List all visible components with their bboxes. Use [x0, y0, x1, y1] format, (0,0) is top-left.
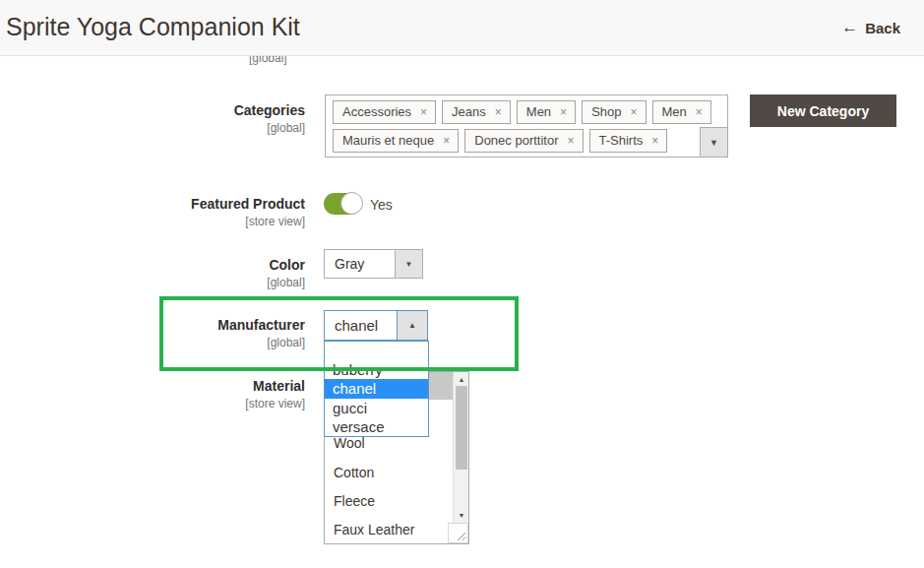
scroll-down-icon[interactable]: ▼: [454, 512, 469, 519]
category-tag-label: Donec porttitor: [474, 133, 558, 148]
remove-tag-icon[interactable]: ×: [560, 105, 567, 119]
manufacturer-select-value: chanel: [335, 311, 378, 340]
dropdown-option-buberry[interactable]: buberry: [325, 360, 428, 379]
category-tag[interactable]: Jeans ×: [442, 100, 511, 124]
back-arrow-icon: ←: [841, 18, 858, 37]
material-label: Material: [0, 378, 305, 394]
product-edit-page: [global] Sprite Yoga Companion Kit ← Bac…: [0, 0, 924, 568]
category-tag-label: Men: [526, 104, 551, 119]
toggle-knob: [340, 192, 363, 215]
category-tag-label: Men: [662, 104, 687, 119]
categories-label: Categories: [0, 102, 305, 118]
dropdown-option-gucci[interactable]: gucci: [325, 399, 428, 417]
manufacturer-scope: [global]: [0, 336, 305, 349]
back-button[interactable]: ← Back: [841, 18, 900, 37]
featured-product-field-label: Featured Product [store view]: [0, 196, 305, 228]
color-select[interactable]: Gray ▼: [324, 249, 423, 279]
material-option-wool[interactable]: Wool: [334, 435, 365, 451]
category-tag[interactable]: T-Shirts ×: [589, 129, 668, 153]
category-tag-row: Mauris et neque × Donec porttitor × T-Sh…: [326, 124, 727, 153]
category-tag-label: T-Shirts: [599, 133, 644, 148]
category-tag[interactable]: Accessories ×: [333, 100, 436, 124]
color-scope: [global]: [0, 276, 305, 289]
material-scope: [store view]: [0, 397, 305, 410]
featured-product-toggle[interactable]: [324, 193, 361, 215]
manufacturer-field-label: Manufacturer [global]: [0, 317, 305, 349]
dropdown-option-versace[interactable]: versace: [325, 417, 428, 436]
category-tag-label: Mauris et neque: [342, 133, 434, 148]
remove-tag-icon[interactable]: ×: [651, 134, 658, 148]
categories-dropdown-button[interactable]: ▼: [700, 127, 727, 157]
categories-field-label: Categories [global]: [0, 102, 305, 135]
scroll-up-icon[interactable]: ▲: [454, 376, 469, 383]
categories-multiselect[interactable]: Accessories × Jeans × Men × Shop × Men ×: [325, 95, 728, 158]
remove-tag-icon[interactable]: ×: [696, 105, 703, 119]
categories-scope: [global]: [0, 121, 305, 135]
category-tag-label: Jeans: [452, 104, 486, 119]
remove-tag-icon[interactable]: ×: [495, 105, 502, 119]
category-tag-row: Accessories × Jeans × Men × Shop × Men ×: [326, 95, 727, 124]
category-tag[interactable]: Shop ×: [582, 100, 646, 124]
back-button-label: Back: [865, 20, 900, 36]
scrollbar-thumb[interactable]: [456, 386, 467, 470]
chevron-up-icon[interactable]: ▲: [397, 311, 427, 340]
category-tag[interactable]: Men ×: [652, 100, 711, 124]
chevron-down-icon[interactable]: ▼: [395, 250, 422, 278]
chevron-down-icon: ▼: [709, 138, 718, 148]
color-select-value: Gray: [335, 250, 364, 278]
page-title: Sprite Yoga Companion Kit: [6, 13, 300, 41]
color-label: Color: [0, 257, 305, 273]
category-tag[interactable]: Mauris et neque ×: [333, 129, 459, 153]
manufacturer-select[interactable]: chanel ▲: [324, 310, 428, 341]
material-option-faux-leather[interactable]: Faux Leather: [334, 522, 415, 537]
resize-grip-icon: [455, 530, 466, 541]
category-tag-label: Accessories: [342, 104, 411, 119]
manufacturer-label: Manufacturer: [0, 317, 305, 333]
category-tag[interactable]: Men ×: [517, 100, 576, 124]
category-tag[interactable]: Donec porttitor ×: [464, 129, 583, 153]
scrollbar-corner-block: [429, 372, 453, 400]
remove-tag-icon[interactable]: ×: [420, 105, 427, 119]
material-field-label: Material [store view]: [0, 378, 305, 410]
manufacturer-dropdown-list: buberry chanel gucci versace: [324, 341, 429, 437]
remove-tag-icon[interactable]: ×: [443, 134, 450, 148]
new-category-button[interactable]: New Category: [750, 95, 896, 127]
material-option-cotton[interactable]: Cotton: [334, 465, 374, 480]
featured-product-scope: [store view]: [0, 215, 305, 228]
material-scrollbar[interactable]: ▲ ▼: [453, 372, 468, 523]
dropdown-option-empty[interactable]: [325, 342, 428, 360]
remove-tag-icon[interactable]: ×: [568, 134, 575, 148]
featured-product-label: Featured Product: [0, 196, 305, 212]
remove-tag-icon[interactable]: ×: [631, 105, 638, 119]
color-field-label: Color [global]: [0, 257, 305, 289]
toggle-value-label: Yes: [370, 197, 393, 213]
dropdown-option-chanel-selected[interactable]: chanel: [325, 379, 428, 398]
resize-handle[interactable]: [448, 523, 468, 543]
category-tag-label: Shop: [591, 104, 621, 119]
page-header: Sprite Yoga Companion Kit ← Back: [0, 0, 924, 56]
material-option-fleece[interactable]: Fleece: [334, 493, 375, 509]
